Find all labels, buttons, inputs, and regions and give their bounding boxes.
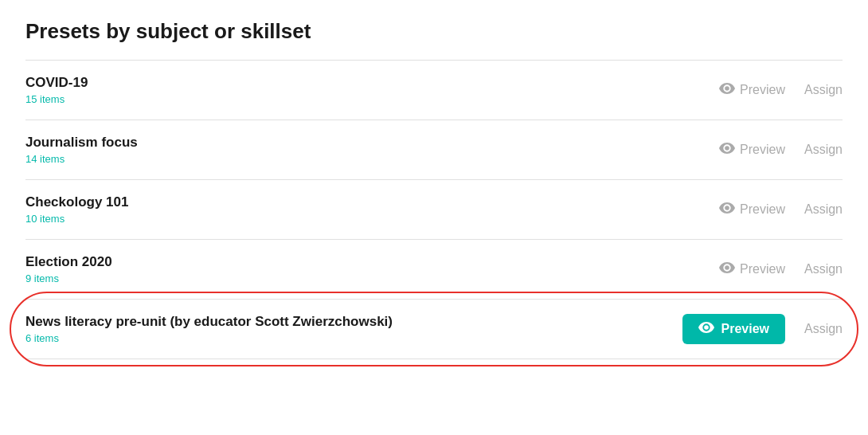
preview-button-news-literacy-pre-unit[interactable]: Preview <box>682 314 784 344</box>
preset-count: 14 items <box>25 153 719 165</box>
preset-name: News literacy pre-unit (by educator Scot… <box>25 314 682 330</box>
eye-icon <box>719 143 735 157</box>
preset-info: News literacy pre-unit (by educator Scot… <box>25 314 682 344</box>
preset-actions: PreviewAssign <box>719 202 843 217</box>
eye-icon <box>719 202 735 217</box>
preset-actions: PreviewAssign <box>719 262 843 276</box>
assign-button-covid-19[interactable]: Assign <box>804 83 843 97</box>
preview-button-checkology-101[interactable]: Preview <box>719 202 785 217</box>
assign-button-news-literacy-pre-unit[interactable]: Assign <box>804 322 843 336</box>
preview-label: Preview <box>740 83 785 97</box>
preset-row-election-2020: Election 20209 itemsPreviewAssign <box>25 240 843 300</box>
preview-button-covid-19[interactable]: Preview <box>719 83 785 97</box>
preset-count: 10 items <box>25 213 719 225</box>
preset-actions: PreviewAssign <box>719 143 843 157</box>
page-title: Presets by subject or skillset <box>25 19 843 44</box>
preset-name: Checkology 101 <box>25 194 719 210</box>
preview-label: Preview <box>740 143 785 157</box>
preview-label: Preview <box>721 322 768 336</box>
preset-info: Election 20209 items <box>25 254 719 284</box>
preset-name: Election 2020 <box>25 254 719 270</box>
assign-button-election-2020[interactable]: Assign <box>804 262 843 276</box>
preset-actions: PreviewAssign <box>719 83 843 97</box>
preset-row-news-literacy-pre-unit: News literacy pre-unit (by educator Scot… <box>25 300 843 359</box>
assign-button-journalism-focus[interactable]: Assign <box>804 143 843 157</box>
preset-row-journalism-focus: Journalism focus14 itemsPreviewAssign <box>25 120 843 180</box>
preset-count: 9 items <box>25 272 719 284</box>
eye-icon <box>719 262 735 276</box>
preset-info: COVID-1915 items <box>25 75 719 105</box>
preset-count: 6 items <box>25 332 682 344</box>
preset-count: 15 items <box>25 93 719 105</box>
preset-info: Journalism focus14 items <box>25 135 719 165</box>
preset-actions: PreviewAssign <box>682 314 843 344</box>
eye-icon <box>719 83 735 97</box>
assign-button-checkology-101[interactable]: Assign <box>804 202 843 217</box>
preview-button-journalism-focus[interactable]: Preview <box>719 143 785 157</box>
preset-name: COVID-19 <box>25 75 719 91</box>
presets-list: COVID-1915 itemsPreviewAssignJournalism … <box>25 60 843 359</box>
preview-label: Preview <box>740 202 785 217</box>
eye-icon <box>698 322 714 336</box>
preset-row-checkology-101: Checkology 10110 itemsPreviewAssign <box>25 180 843 240</box>
preview-label: Preview <box>740 262 785 276</box>
preset-info: Checkology 10110 items <box>25 194 719 225</box>
preview-button-election-2020[interactable]: Preview <box>719 262 785 276</box>
preset-name: Journalism focus <box>25 135 719 151</box>
preset-row-covid-19: COVID-1915 itemsPreviewAssign <box>25 61 843 120</box>
